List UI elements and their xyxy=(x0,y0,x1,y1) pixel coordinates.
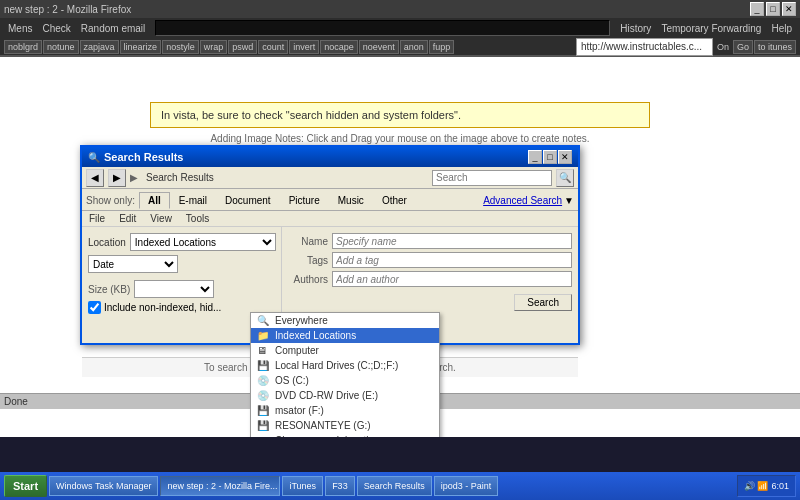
dropdown-indexed[interactable]: 📁 Indexed Locations xyxy=(251,328,439,343)
date-select[interactable]: Date xyxy=(88,255,178,273)
browser-title: new step : 2 - Mozilla Firefox xyxy=(4,4,131,15)
taskbar-task-manager[interactable]: Windows Task Manager xyxy=(49,476,158,496)
bookmark-noblgrd[interactable]: noblgrd xyxy=(4,40,42,54)
search-go-btn[interactable]: 🔍 xyxy=(556,169,574,187)
tab-other[interactable]: Other xyxy=(373,192,416,209)
advanced-search-link[interactable]: Advanced Search xyxy=(483,195,562,206)
msator-icon: 💾 xyxy=(257,405,271,416)
tags-label: Tags xyxy=(288,255,328,266)
dropdown-dvd[interactable]: 💿 DVD CD-RW Drive (E:) xyxy=(251,388,439,403)
dialog-titlebar: 🔍 Search Results _ □ ✕ xyxy=(82,147,578,167)
tab-all[interactable]: All xyxy=(139,192,170,209)
bookmark-notune[interactable]: notune xyxy=(43,40,79,54)
tab-music[interactable]: Music xyxy=(329,192,373,209)
include-nonindexed-checkbox[interactable] xyxy=(88,301,101,314)
taskbar-tray: 🔊 📶 6:01 xyxy=(737,475,796,497)
taskbar-paint[interactable]: ipod3 - Paint xyxy=(434,476,499,496)
computer-icon: 🖥 xyxy=(257,345,271,356)
checkbox-row: Include non-indexed, hid... xyxy=(88,301,275,314)
forward-btn[interactable]: ▶ xyxy=(108,169,126,187)
authors-label: Authors xyxy=(288,274,328,285)
dialog-maximize-btn[interactable]: □ xyxy=(543,150,557,164)
maximize-browser-btn[interactable]: □ xyxy=(766,2,780,16)
instructables-note: In vista, be sure to check "search hidde… xyxy=(150,102,650,128)
tags-input[interactable] xyxy=(332,252,572,268)
bookmark-fupp[interactable]: fupp xyxy=(429,40,455,54)
menu-file[interactable]: File xyxy=(86,212,108,225)
dropdown-os-c[interactable]: 💿 OS (C:) xyxy=(251,373,439,388)
menu-mens[interactable]: Mens xyxy=(4,22,36,35)
bookmark-nocape[interactable]: nocape xyxy=(320,40,358,54)
bookmark-zapjava[interactable]: zapjava xyxy=(80,40,119,54)
dropdown-item-label-choose: Choose search locations... xyxy=(275,435,393,437)
breadcrumb-arrow: ▶ xyxy=(130,172,138,183)
dropdown-choose[interactable]: Choose search locations... xyxy=(251,433,439,437)
indexed-icon: 📁 xyxy=(257,330,271,341)
menu-tools[interactable]: Tools xyxy=(183,212,212,225)
dialog-close-btn[interactable]: ✕ xyxy=(558,150,572,164)
tray-icons: 🔊 📶 xyxy=(744,481,769,491)
close-browser-btn[interactable]: ✕ xyxy=(782,2,796,16)
dropdown-computer[interactable]: 🖥 Computer xyxy=(251,343,439,358)
size-row: Size (KB) xyxy=(88,280,275,298)
authors-input[interactable] xyxy=(332,271,572,287)
dropdown-item-label-msator: msator (F:) xyxy=(275,405,324,416)
location-row: Location EverywhereIndexed LocationsComp… xyxy=(88,233,275,251)
browser-chrome: new step : 2 - Mozilla Firefox _ □ ✕ Men… xyxy=(0,0,800,57)
menu-check[interactable]: Check xyxy=(38,22,74,35)
menu-random-email[interactable]: Random email xyxy=(77,22,149,35)
taskbar-mozilla[interactable]: new step : 2 - Mozilla Fire... xyxy=(160,476,280,496)
menu-history[interactable]: History xyxy=(616,22,655,35)
dialog-toolbar: ◀ ▶ ▶ Search Results 🔍 xyxy=(82,167,578,189)
menu-help[interactable]: Help xyxy=(767,22,796,35)
taskbar-itunes[interactable]: iTunes xyxy=(282,476,323,496)
bookmark-noevent[interactable]: noevent xyxy=(359,40,399,54)
menu-edit[interactable]: Edit xyxy=(116,212,139,225)
location-select[interactable]: EverywhereIndexed LocationsComputerLocal… xyxy=(130,233,276,251)
dropdown-resonanteye[interactable]: 💾 RESONANTEYE (G:) xyxy=(251,418,439,433)
dropdown-item-label-resonanteye: RESONANTEYE (G:) xyxy=(275,420,371,431)
bookmark-linearize[interactable]: linearize xyxy=(120,40,162,54)
bookmark-count[interactable]: count xyxy=(258,40,288,54)
taskbar-search-results[interactable]: Search Results xyxy=(357,476,432,496)
tray-time: 6:01 xyxy=(771,481,789,491)
search-button[interactable]: Search xyxy=(514,294,572,311)
tab-picture[interactable]: Picture xyxy=(280,192,329,209)
to-itunes-btn[interactable]: to itunes xyxy=(754,40,796,54)
dialog-controls: _ □ ✕ xyxy=(528,150,572,164)
dialog-menu: File Edit View Tools xyxy=(82,211,578,227)
location-dropdown[interactable]: 🔍 Everywhere 📁 Indexed Locations 🖥 Compu… xyxy=(250,312,440,437)
breadcrumb: Search Results xyxy=(142,172,428,183)
menu-view[interactable]: View xyxy=(147,212,175,225)
start-button[interactable]: Start xyxy=(4,475,47,497)
taskbar-f33[interactable]: F33 xyxy=(325,476,355,496)
resonanteye-icon: 💾 xyxy=(257,420,271,431)
search-input-mini[interactable] xyxy=(432,170,552,186)
address-bar[interactable] xyxy=(576,38,713,56)
back-btn[interactable]: ◀ xyxy=(86,169,104,187)
dropdown-item-label-dvd: DVD CD-RW Drive (E:) xyxy=(275,390,378,401)
size-select[interactable] xyxy=(134,280,214,298)
bookmark-invert[interactable]: invert xyxy=(289,40,319,54)
dialog-minimize-btn[interactable]: _ xyxy=(528,150,542,164)
dropdown-local-drives[interactable]: 💾 Local Hard Drives (C:;D:;F:) xyxy=(251,358,439,373)
bookmark-pswd[interactable]: pswd xyxy=(228,40,257,54)
name-input[interactable] xyxy=(332,233,572,249)
bookmark-wrap[interactable]: wrap xyxy=(200,40,228,54)
drives-icon: 💾 xyxy=(257,360,271,371)
bookmark-anon[interactable]: anon xyxy=(400,40,428,54)
dialog-title: Search Results xyxy=(104,151,528,163)
bookmark-nostyle[interactable]: nostyle xyxy=(162,40,199,54)
dropdown-item-label-drives: Local Hard Drives (C:;D:;F:) xyxy=(275,360,398,371)
tab-document[interactable]: Document xyxy=(216,192,280,209)
menu-temp-fwd[interactable]: Temporary Forwarding xyxy=(657,22,765,35)
minimize-browser-btn[interactable]: _ xyxy=(750,2,764,16)
checkbox-label: Include non-indexed, hid... xyxy=(104,302,221,313)
dvd-icon: 💿 xyxy=(257,390,271,401)
dropdown-item-label-indexed: Indexed Locations xyxy=(275,330,356,341)
dropdown-msator[interactable]: 💾 msator (F:) xyxy=(251,403,439,418)
browser-content: In vista, be sure to check "search hidde… xyxy=(0,57,800,437)
tab-email[interactable]: E-mail xyxy=(170,192,216,209)
dropdown-everywhere[interactable]: 🔍 Everywhere xyxy=(251,313,439,328)
go-btn[interactable]: Go xyxy=(733,40,753,54)
